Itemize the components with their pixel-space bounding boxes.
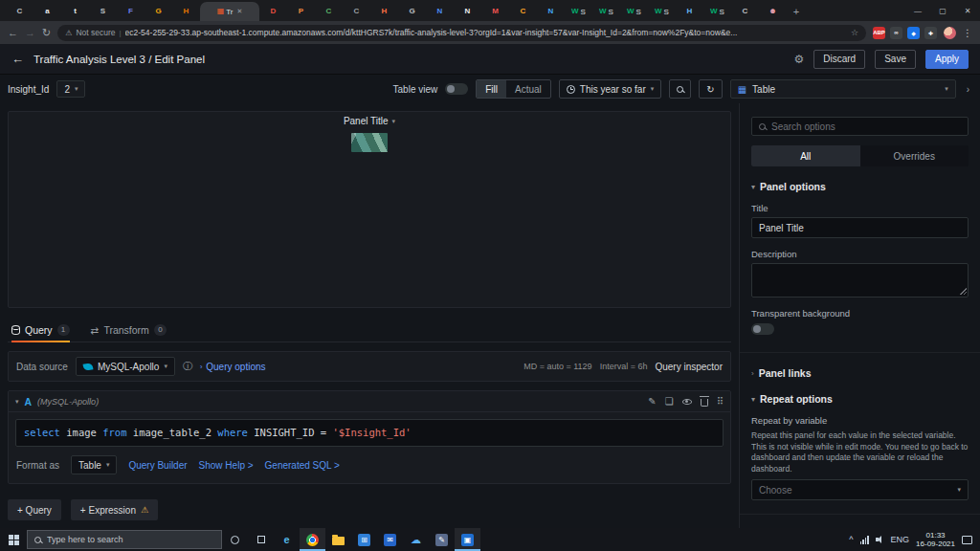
- task-view-button[interactable]: [248, 528, 274, 551]
- taskbar-app-onedrive[interactable]: ☁: [403, 528, 429, 551]
- sql-editor[interactable]: select image from image_table_2 where IN…: [15, 419, 724, 447]
- browser-tab[interactable]: S: [89, 2, 117, 21]
- dashboard-settings-gear-icon[interactable]: ⚙: [794, 53, 805, 66]
- taskbar-app-file-explorer[interactable]: [325, 528, 351, 551]
- browser-tab[interactable]: G: [398, 2, 426, 21]
- refresh-button[interactable]: ↻: [699, 79, 722, 99]
- browser-tab[interactable]: C: [6, 2, 33, 21]
- back-arrow-button[interactable]: ←: [11, 52, 24, 66]
- taskbar-search-input[interactable]: [47, 535, 214, 544]
- extension-adblock-icon[interactable]: ABP: [873, 27, 885, 39]
- browser-tab[interactable]: N: [454, 2, 481, 21]
- window-maximize-button[interactable]: ▢: [930, 0, 955, 21]
- profile-avatar[interactable]: [944, 27, 956, 39]
- collapse-options-pane-button[interactable]: ›: [964, 84, 972, 95]
- volume-icon[interactable]: [876, 536, 884, 543]
- repeat-variable-select[interactable]: Choose ▾: [751, 479, 969, 500]
- taskbar-app-photos[interactable]: ▣: [455, 528, 480, 551]
- browser-tab[interactable]: F: [117, 2, 145, 21]
- taskbar-app-mail[interactable]: ✉: [377, 528, 403, 551]
- description-textarea[interactable]: [751, 263, 969, 298]
- tab-close-icon[interactable]: ✕: [236, 8, 242, 15]
- options-search[interactable]: [751, 117, 969, 136]
- tab-transform[interactable]: ⇄ Transform 0: [91, 318, 167, 342]
- query-builder-link[interactable]: Query Builder: [128, 460, 187, 471]
- format-as-select[interactable]: Table ▾: [71, 455, 117, 474]
- browser-tab[interactable]: C: [343, 2, 370, 21]
- extension-infinity-icon[interactable]: ∞: [890, 27, 902, 39]
- browser-tab[interactable]: WS: [620, 2, 648, 21]
- query-row-header[interactable]: ▾ A (MySQL-Apollo) ✎ ❏ ⠿: [9, 391, 730, 412]
- options-search-input[interactable]: [771, 121, 961, 132]
- browser-tab[interactable]: C: [731, 2, 759, 21]
- panel-title-menu[interactable]: Panel Title ▾: [344, 116, 395, 126]
- hidden-icons-button[interactable]: ^: [849, 535, 853, 544]
- resize-grip[interactable]: [960, 288, 967, 295]
- browser-tab[interactable]: M: [481, 2, 509, 21]
- browser-tab[interactable]: WS: [703, 2, 731, 21]
- browser-tab-active[interactable]: ▦Tr✕: [200, 2, 259, 21]
- reload-icon[interactable]: ↻: [42, 28, 51, 38]
- taskbar-search[interactable]: [27, 530, 222, 549]
- taskbar-app-edge[interactable]: e: [274, 528, 300, 551]
- browser-tab[interactable]: N: [537, 2, 565, 21]
- taskbar-app-paint[interactable]: ✎: [429, 528, 455, 551]
- action-center-icon[interactable]: [962, 536, 972, 544]
- datasource-picker[interactable]: MySQL-Apollo ▾: [76, 357, 175, 376]
- time-range-picker[interactable]: This year so far ▾: [559, 79, 661, 99]
- edit-pencil-icon[interactable]: ✎: [648, 396, 656, 407]
- language-indicator[interactable]: ENG: [891, 535, 910, 544]
- browser-tab[interactable]: t: [61, 2, 89, 21]
- taskbar-app-chrome[interactable]: [300, 528, 325, 551]
- browser-tab[interactable]: WS: [648, 2, 676, 21]
- section-panel-links[interactable]: › Panel links: [751, 367, 969, 379]
- generated-sql-link[interactable]: Generated SQL >: [265, 460, 340, 471]
- browser-tab[interactable]: H: [172, 2, 200, 21]
- network-icon[interactable]: [860, 536, 869, 544]
- window-minimize-button[interactable]: —: [905, 0, 930, 21]
- browser-tab[interactable]: WS: [592, 2, 620, 21]
- section-panel-options[interactable]: ▾ Panel options: [751, 181, 969, 192]
- bookmark-star-icon[interactable]: ☆: [851, 28, 858, 37]
- panel-title-input[interactable]: [751, 217, 969, 238]
- save-button[interactable]: Save: [875, 50, 916, 69]
- browser-tab[interactable]: P: [287, 2, 315, 21]
- apply-button[interactable]: Apply: [925, 50, 969, 69]
- browser-tab[interactable]: H: [676, 2, 703, 21]
- url-bar[interactable]: ⚠ Not secure | ec2-54-255-29-33.ap-south…: [57, 25, 866, 41]
- browser-tab[interactable]: ☻: [759, 2, 787, 21]
- zoom-out-button[interactable]: [669, 79, 691, 99]
- browser-tab[interactable]: a: [33, 2, 61, 21]
- browser-tab[interactable]: N: [426, 2, 454, 21]
- browser-tab[interactable]: H: [370, 2, 398, 21]
- browser-tab[interactable]: G: [145, 2, 172, 21]
- fill-button[interactable]: Fill: [477, 80, 506, 98]
- duplicate-icon[interactable]: ❏: [665, 396, 674, 407]
- browser-tab[interactable]: D: [259, 2, 287, 21]
- tab-all[interactable]: All: [751, 145, 860, 166]
- actual-button[interactable]: Actual: [506, 80, 550, 98]
- section-repeat-options[interactable]: ▾ Repeat options: [751, 393, 969, 405]
- cortana-button[interactable]: [222, 528, 248, 551]
- clock[interactable]: 01:33 16-09-2021: [916, 531, 955, 548]
- start-button[interactable]: [0, 528, 27, 551]
- browser-tab[interactable]: C: [315, 2, 343, 21]
- back-icon[interactable]: ←: [8, 28, 18, 38]
- new-tab-button[interactable]: +: [787, 2, 806, 21]
- add-query-button[interactable]: + Query: [8, 499, 61, 520]
- extension-puzzle-icon[interactable]: ✚: [924, 27, 937, 39]
- browser-tab[interactable]: C: [509, 2, 537, 21]
- delete-query-trash-icon[interactable]: [701, 399, 708, 407]
- table-view-toggle[interactable]: [445, 83, 468, 95]
- window-close-button[interactable]: ✕: [955, 0, 980, 21]
- query-inspector-button[interactable]: Query inspector: [655, 362, 723, 372]
- tab-overrides[interactable]: Overrides: [860, 145, 969, 166]
- discard-button[interactable]: Discard: [813, 50, 865, 69]
- add-expression-button[interactable]: + Expression ⚠: [71, 499, 158, 520]
- drag-handle-icon[interactable]: ⠿: [717, 396, 724, 407]
- visualization-picker[interactable]: ▦ Table ▾: [730, 79, 956, 99]
- collapse-query-icon[interactable]: ▾: [15, 398, 19, 406]
- datasource-help-icon[interactable]: ⓘ: [183, 360, 192, 373]
- browser-menu-icon[interactable]: ⋮: [963, 28, 972, 38]
- hide-query-eye-icon[interactable]: [682, 399, 692, 405]
